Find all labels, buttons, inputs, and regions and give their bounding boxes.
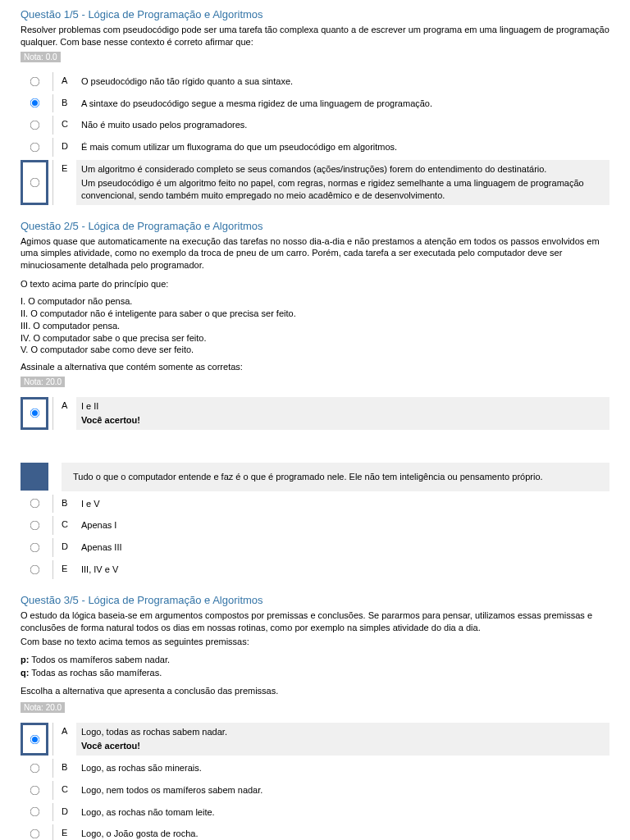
radio-cell (21, 138, 48, 157)
radio-cell (21, 495, 48, 514)
stem-3: III. O computador pensa. (21, 320, 609, 332)
radio-q2-a[interactable] (30, 409, 39, 418)
option-letter: E (62, 824, 76, 840)
radio-q2-b[interactable] (30, 499, 39, 509)
option-row-d: D Logo, as rochas não tomam leite. (21, 803, 609, 822)
divider (48, 72, 53, 91)
radio-q3-e[interactable] (30, 829, 39, 839)
option-row-b: B I e V (21, 495, 609, 514)
question-intro: Resolver problemas com pseudocódigo pode… (21, 24, 609, 48)
question-principio: O texto acima parte do princípio que: (21, 278, 609, 290)
option-text: I e II Você acertou! (76, 397, 609, 430)
option-row-d: D É mais comum utilizar um fluxograma do… (21, 138, 609, 157)
option-text-inner: I e II (81, 401, 98, 411)
option-letter: D (62, 803, 76, 822)
radio-q1-d[interactable] (30, 143, 39, 153)
option-row-b: B A sintaxe do pseudocódigo segue a mesm… (21, 94, 609, 113)
divider (48, 560, 53, 579)
question-escolha: Escolha a alternativa que apresenta a co… (21, 686, 609, 696)
question-assinale: Assinale a alternativa que contém soment… (21, 361, 609, 373)
premise-q-label: q: (21, 668, 29, 678)
option-row-e: E Logo, o João gosta de rocha. (21, 824, 609, 840)
divider (48, 538, 53, 557)
divider (48, 160, 53, 205)
radio-cell-correct (21, 723, 48, 756)
explanation-text: Tudo o que o computador entende e faz é … (62, 463, 609, 491)
question-com-base: Com base no texto acima temos as seguint… (21, 636, 609, 648)
option-letter: B (62, 495, 76, 514)
question-2: Questão 2/5 - Lógica de Programação e Al… (21, 220, 609, 579)
option-row-a: A I e II Você acertou! (21, 397, 609, 430)
option-text-inner: Um algoritmo é considerado completo se s… (81, 164, 546, 174)
divider (48, 824, 53, 840)
option-text: Apenas III (76, 538, 609, 557)
radio-q1-e[interactable] (30, 177, 39, 187)
option-text: Logo, todas as rochas sabem nadar. Você … (76, 723, 609, 756)
option-letter: C (62, 516, 76, 535)
option-letter: A (62, 72, 76, 91)
option-row-a: A Logo, todas as rochas sabem nadar. Voc… (21, 723, 609, 756)
radio-q3-c[interactable] (30, 785, 39, 795)
question-title: Questão 1/5 - Lógica de Programação e Al… (21, 8, 609, 21)
stem-5: V. O computador sabe como deve ser feito… (21, 344, 609, 356)
stem-4: IV. O computador sabe o que precisa ser … (21, 332, 609, 345)
radio-cell (21, 538, 48, 557)
statements: I. O computador não pensa. II. O computa… (21, 295, 609, 356)
divider (48, 94, 53, 113)
radio-cell (21, 72, 48, 91)
option-letter: E (62, 560, 76, 579)
radio-cell-correct (21, 160, 48, 205)
divider (48, 759, 53, 778)
options-list: A I e II Você acertou! Tudo o que o comp… (21, 397, 609, 579)
premises: p: Todos os mamíferos sabem nadar. q: To… (21, 654, 609, 679)
option-row-c: C Logo, nem todos os mamíferos sabem nad… (21, 781, 609, 800)
question-3: Questão 3/5 - Lógica de Programação e Al… (21, 594, 609, 840)
radio-q1-c[interactable] (30, 121, 39, 130)
option-letter: A (62, 397, 76, 430)
divider (48, 116, 53, 135)
radio-cell (21, 94, 48, 113)
option-text-inner: Logo, todas as rochas sabem nadar. (81, 727, 227, 737)
question-intro: Agimos quase que automaticamente na exec… (21, 235, 609, 272)
option-text: Um algoritmo é considerado completo se s… (76, 160, 609, 205)
radio-q2-d[interactable] (30, 543, 39, 553)
option-letter: A (62, 723, 76, 756)
premise-p: p: Todos os mamíferos sabem nadar. (21, 654, 609, 666)
radio-cell (21, 824, 48, 840)
option-feedback: Você acertou! (81, 740, 605, 752)
divider (48, 138, 53, 157)
option-row-a: A O pseudocódigo não tão rígido quanto a… (21, 72, 609, 91)
explanation-row: Tudo o que o computador entende e faz é … (21, 463, 609, 491)
radio-q2-e[interactable] (30, 565, 39, 575)
option-text: O pseudocódigo não tão rígido quanto a s… (76, 72, 609, 91)
option-text: É mais comum utilizar um fluxograma do q… (76, 138, 609, 157)
option-text: Apenas I (76, 516, 609, 535)
question-1: Questão 1/5 - Lógica de Programação e Al… (21, 8, 609, 205)
radio-cell (21, 116, 48, 135)
divider (48, 781, 53, 800)
question-intro: O estudo da lógica baseia-se em argument… (21, 609, 609, 634)
premise-p-text: Todos os mamíferos sabem nadar. (29, 655, 170, 664)
stem-2: II. O computador não é inteligente para … (21, 308, 609, 320)
question-title: Questão 2/5 - Lógica de Programação e Al… (21, 220, 609, 232)
stem-1: I. O computador não pensa. (21, 295, 609, 308)
option-letter: B (62, 94, 76, 113)
radio-q3-d[interactable] (30, 807, 39, 817)
radio-q1-b[interactable] (30, 98, 39, 108)
option-text: III, IV e V (76, 560, 609, 579)
radio-q3-a[interactable] (30, 734, 39, 744)
option-feedback: Você acertou! (81, 414, 605, 427)
radio-cell (21, 516, 48, 535)
radio-q2-c[interactable] (30, 521, 39, 531)
divider (48, 397, 53, 430)
option-letter: D (62, 538, 76, 557)
explanation-marker (21, 463, 48, 491)
radio-q3-b[interactable] (30, 763, 39, 773)
option-row-e: E Um algoritmo é considerado completo se… (21, 160, 609, 205)
divider (48, 516, 53, 535)
option-letter: B (62, 759, 76, 778)
premise-q-text: Todas as rochas são mamíferas. (29, 668, 162, 678)
option-row-e: E III, IV e V (21, 560, 609, 579)
option-letter: D (62, 138, 76, 157)
radio-q1-a[interactable] (30, 76, 39, 86)
